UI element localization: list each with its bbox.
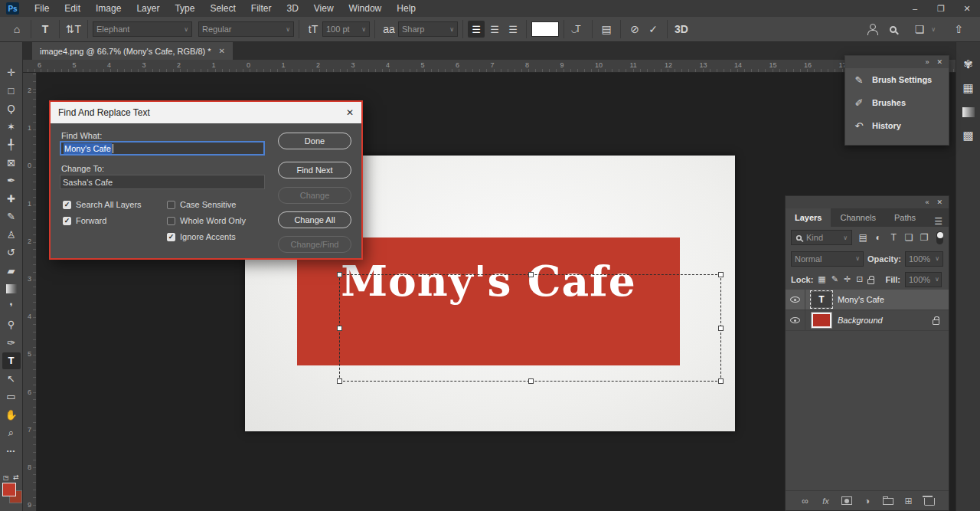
history-brush-tool[interactable]: ↺ xyxy=(2,244,21,262)
text-color-swatch[interactable] xyxy=(531,21,559,37)
transform-handle[interactable] xyxy=(718,378,724,384)
text-layer-thumbnail[interactable]: T xyxy=(812,292,831,307)
swap-colors-icon[interactable]: ⇄ xyxy=(13,473,19,481)
checkbox[interactable] xyxy=(167,201,175,209)
brushes-panel-item[interactable]: ✐ Brushes xyxy=(845,91,949,114)
zoom-tool[interactable]: ⌕ xyxy=(2,424,21,442)
menu-item[interactable]: Layer xyxy=(129,0,167,17)
filter-kind-select[interactable]: Kind ∨ xyxy=(791,230,852,245)
align-right-icon[interactable]: ☰ xyxy=(505,21,521,38)
checkbox[interactable] xyxy=(167,217,175,225)
filter-adjustment-layers-icon[interactable]: ◐ xyxy=(871,230,886,245)
document-tab[interactable]: image4.png @ 66.7% (Mony's Cafe, RGB/8) … xyxy=(32,42,233,60)
tab-layers[interactable]: Layers xyxy=(786,208,831,227)
transform-handle[interactable] xyxy=(337,326,342,331)
dialog-title-bar[interactable]: Find And Replace Text ✕ xyxy=(51,102,361,123)
lock-move-icon[interactable]: ✛ xyxy=(844,274,851,284)
frame-tool[interactable]: ⊠ xyxy=(2,154,21,172)
dialog-close-icon[interactable]: ✕ xyxy=(346,107,354,118)
pen-tool[interactable]: ✑ xyxy=(2,334,21,352)
collapse-panel-icon[interactable]: « xyxy=(925,198,929,206)
filter-type-layers-icon[interactable]: T xyxy=(886,230,901,245)
toggle-panels-icon[interactable]: ▤ xyxy=(597,20,616,38)
gradients-panel-icon[interactable] xyxy=(959,103,978,120)
menu-item[interactable]: 3D xyxy=(279,0,305,17)
type-tool[interactable]: T xyxy=(2,352,21,370)
layer-name[interactable]: Background xyxy=(838,316,883,325)
commit-edits-icon[interactable]: ✓ xyxy=(644,20,662,38)
menu-item[interactable]: Image xyxy=(88,0,129,17)
transform-handle[interactable] xyxy=(337,378,342,384)
font-family-select[interactable]: Elephant∨ xyxy=(93,21,192,37)
transform-handle[interactable] xyxy=(337,272,342,277)
align-left-icon[interactable]: ☰ xyxy=(468,21,485,38)
transform-handle[interactable] xyxy=(718,326,724,331)
change-to-input[interactable]: Sasha's Cafe xyxy=(60,175,265,189)
adjustment-layer-icon[interactable]: ◑ xyxy=(862,496,873,506)
checkbox[interactable]: ✓ xyxy=(63,217,71,225)
filter-smart-objects-icon[interactable]: ❐ xyxy=(916,230,932,245)
visibility-cell[interactable] xyxy=(786,310,805,330)
brush-settings-panel-item[interactable]: ✎ Brush Settings xyxy=(845,68,949,91)
more-tools[interactable]: ••• xyxy=(2,442,21,460)
lock-transparency-icon[interactable]: ▦ xyxy=(818,274,825,284)
menu-item[interactable]: View xyxy=(306,0,341,17)
layer-row-monys-cafe[interactable]: T Mony's Cafe xyxy=(786,290,949,310)
tab-paths[interactable]: Paths xyxy=(885,208,925,227)
close-tab-icon[interactable]: ✕ xyxy=(219,47,225,55)
anti-alias-select[interactable]: Sharp∨ xyxy=(398,21,458,37)
gradient-tool[interactable] xyxy=(2,280,21,298)
minimize-button[interactable]: – xyxy=(902,0,928,17)
text-bounding-box[interactable] xyxy=(339,274,721,382)
path-selection-tool[interactable]: ↖ xyxy=(2,370,21,388)
font-size-select[interactable]: 100 pt∨ xyxy=(322,21,370,37)
lock-paint-icon[interactable]: ✎ xyxy=(831,274,838,284)
find-what-input[interactable]: Mony's Cafe xyxy=(60,141,265,156)
restore-button[interactable]: ❐ xyxy=(928,0,954,17)
ignore-accents-checkbox[interactable]: ✓ Ignore Accents xyxy=(167,232,246,241)
whole-word-only-checkbox[interactable]: Whole Word Only xyxy=(167,216,246,225)
lasso-tool[interactable]: Ϙ xyxy=(2,100,21,118)
hand-tool[interactable]: ✋ xyxy=(2,406,21,424)
filter-toggle-switch[interactable] xyxy=(936,231,943,244)
font-style-select[interactable]: Regular∨ xyxy=(198,21,294,37)
menu-item[interactable]: Window xyxy=(341,0,390,17)
marquee-tool[interactable]: □ xyxy=(2,82,21,100)
cancel-edits-icon[interactable]: ⊘ xyxy=(626,20,644,38)
expand-panel-icon[interactable]: » xyxy=(925,58,929,66)
blend-mode-select[interactable]: Normal∨ xyxy=(791,251,864,267)
patterns-panel-icon[interactable]: ▩ xyxy=(959,127,978,144)
change-button[interactable]: Change xyxy=(278,187,351,204)
menu-item[interactable]: Select xyxy=(202,0,243,17)
foreground-color-swatch[interactable] xyxy=(2,483,16,496)
checkbox[interactable]: ✓ xyxy=(63,201,71,209)
case-sensitive-checkbox[interactable]: Case Sensitive xyxy=(167,200,246,209)
text-orientation-icon[interactable]: ⇅T xyxy=(64,20,83,38)
tab-channels[interactable]: Channels xyxy=(831,208,884,227)
share-icon[interactable]: ⇧ xyxy=(949,20,968,38)
change-find-button[interactable]: Change/Find xyxy=(278,236,351,253)
menu-item[interactable]: Help xyxy=(389,0,423,17)
menu-item[interactable]: Edit xyxy=(57,0,88,17)
change-all-button[interactable]: Change All xyxy=(278,211,351,228)
lock-artboard-icon[interactable]: ⊡ xyxy=(856,274,863,284)
layer-mask-icon[interactable] xyxy=(841,496,852,505)
menu-item[interactable]: Type xyxy=(167,0,202,17)
fill-select[interactable]: 100%∨ xyxy=(905,272,942,287)
filter-shape-layers-icon[interactable]: ❏ xyxy=(901,230,916,245)
lock-all-icon[interactable] xyxy=(867,279,874,284)
swatches-panel-icon[interactable]: ▦ xyxy=(959,80,978,97)
link-layers-icon[interactable]: ∞ xyxy=(800,496,811,506)
visibility-cell[interactable] xyxy=(786,290,805,310)
eraser-tool[interactable]: ▰ xyxy=(2,262,21,280)
workspace-layout-icon[interactable]: ❏ xyxy=(910,20,929,38)
close-panel-icon[interactable]: ✕ xyxy=(936,198,942,206)
find-next-button[interactable]: Find Next xyxy=(278,162,351,179)
eyedropper-tool[interactable]: ✒ xyxy=(2,172,21,190)
quick-selection-tool[interactable]: ✶ xyxy=(2,118,21,136)
default-colors-icon[interactable]: ◳ xyxy=(3,474,9,481)
move-tool[interactable]: ✛ xyxy=(2,64,21,82)
menu-item[interactable]: Filter xyxy=(243,0,279,17)
background-layer-thumbnail[interactable] xyxy=(812,313,831,328)
dodge-tool[interactable]: ⚲ xyxy=(2,316,21,334)
